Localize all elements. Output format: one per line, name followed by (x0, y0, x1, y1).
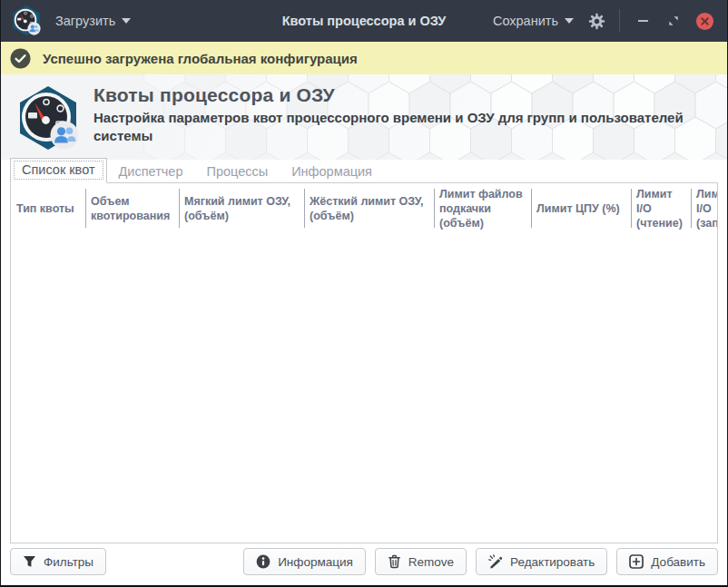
information-label: Информация (278, 555, 353, 569)
column-header-hard-ram[interactable]: Жёсткий лимит ОЗУ, (объём) (304, 183, 434, 234)
filters-label: Фильтры (44, 555, 93, 569)
filters-button[interactable]: Фильтры (10, 548, 106, 575)
chevron-down-icon (565, 18, 574, 24)
quota-table: Тип квоты Объем квотирования Мягкий лими… (10, 182, 718, 543)
add-label: Добавить (651, 555, 705, 569)
app-icon (10, 5, 43, 37)
trash-icon (388, 554, 401, 569)
gear-icon (588, 13, 605, 30)
save-menu-button[interactable]: Сохранить (489, 8, 577, 34)
notification-message: Успешно загружена глобальная конфигураци… (43, 51, 358, 66)
tab-quota-list-label: Список квот (14, 161, 103, 180)
titlebar: Загрузить Квоты процессора и ОЗУ Сохрани… (1, 0, 727, 42)
edit-label: Редактировать (510, 555, 595, 569)
success-check-icon (10, 48, 31, 69)
table-body[interactable] (11, 234, 717, 543)
save-menu-label: Сохранить (493, 14, 558, 28)
tab-quota-list[interactable]: Список квот (10, 158, 107, 183)
load-menu-button[interactable]: Загрузить (52, 8, 134, 34)
tab-information[interactable]: Информация (280, 161, 384, 182)
notification-bar: Успешно загружена глобальная конфигураци… (1, 42, 727, 74)
tab-bar: Список квот Диспетчер Процессы Информаци… (1, 160, 727, 182)
action-bar: Фильтры Информация (1, 543, 727, 585)
remove-label: Remove (408, 555, 454, 569)
load-menu-label: Загрузить (55, 14, 115, 28)
restore-button[interactable] (662, 9, 685, 33)
column-header-quota-type[interactable]: Тип квоты (11, 183, 85, 234)
tab-dispatcher[interactable]: Диспетчер (107, 161, 195, 182)
page-header: Квоты процессора и ОЗУ Настройка парамет… (1, 74, 727, 160)
page-subtitle: Настройка параметров квот процессорного … (93, 109, 711, 146)
column-header-io-write[interactable]: Лимит I/O (запись) (691, 183, 718, 234)
column-header-swap-limit[interactable]: Лимит файлов подкачки (объём) (434, 183, 531, 234)
column-header-quota-volume[interactable]: Объем квотирования (85, 183, 179, 234)
column-header-cpu-limit[interactable]: Лимит ЦПУ (%) (531, 183, 631, 234)
chevron-down-icon (122, 18, 131, 24)
app-window: Загрузить Квоты процессора и ОЗУ Сохрани… (0, 0, 728, 587)
column-header-soft-ram[interactable]: Мягкий лимит ОЗУ, (объём) (179, 183, 304, 234)
close-icon (695, 12, 714, 31)
add-button[interactable]: Добавить (616, 548, 718, 575)
pencil-icon (488, 554, 503, 569)
settings-button[interactable] (585, 9, 608, 33)
column-header-io-read[interactable]: Лимит I/O (чтение) (631, 183, 691, 234)
edit-button[interactable]: Редактировать (476, 548, 607, 575)
page-title: Квоты процессора и ОЗУ (93, 84, 711, 106)
minimize-button[interactable] (631, 9, 654, 33)
titlebar-separator (619, 9, 620, 33)
information-button[interactable]: Информация (243, 548, 366, 575)
app-logo (14, 84, 83, 153)
table-header-row: Тип квоты Объем квотирования Мягкий лими… (11, 183, 718, 234)
minus-icon (638, 20, 648, 22)
restore-icon (668, 15, 679, 26)
plus-square-icon (629, 554, 644, 569)
remove-button[interactable]: Remove (375, 548, 467, 575)
tab-processes[interactable]: Процессы (194, 161, 280, 182)
close-button[interactable] (693, 9, 716, 33)
funnel-icon (23, 555, 36, 568)
info-icon (256, 554, 271, 569)
